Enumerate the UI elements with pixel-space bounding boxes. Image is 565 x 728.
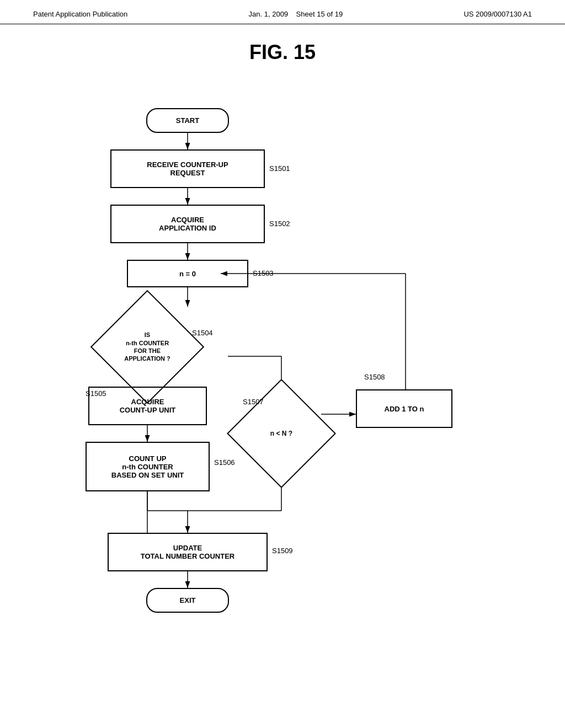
s1509-node: UPDATE TOTAL NUMBER COUNTER	[108, 533, 268, 571]
s1506-step-label: S1506	[214, 458, 235, 467]
s1501-node: RECEIVE COUNTER-UP REQUEST	[110, 149, 265, 188]
start-node: START	[146, 108, 229, 133]
s1507-step-label: S1507	[243, 398, 264, 406]
s1505-step-label: S1505	[86, 389, 106, 398]
header-center: Jan. 1, 2009 Sheet 15 of 19	[249, 10, 343, 18]
exit-node: EXIT	[146, 588, 229, 613]
s1502-label: S1502	[269, 220, 290, 228]
s1507-label-text: n < N ?	[243, 395, 320, 472]
s1508-node: ADD 1 TO n	[356, 389, 452, 428]
s1503-node: n = 0	[127, 260, 248, 287]
s1504-step-label: S1504	[192, 329, 213, 337]
s1501-label: S1501	[269, 164, 290, 173]
s1502-node: ACQUIRE APPLICATION ID	[110, 205, 265, 243]
header: Patent Application Publication Jan. 1, 2…	[0, 0, 565, 24]
s1503-label: S1503	[253, 269, 274, 277]
header-left: Patent Application Publication	[33, 10, 127, 18]
diagram-container: START RECEIVE COUNTER-UP REQUEST S1501 A…	[0, 75, 565, 726]
s1504-label-text: IS n-th COUNTER FOR THE APPLICATION ?	[107, 307, 188, 387]
s1508-step-label: S1508	[364, 373, 385, 381]
figure-title: FIG. 15	[0, 24, 565, 75]
s1506-node: COUNT UP n-th COUNTER BASED ON SET UNIT	[86, 442, 210, 491]
s1509-step-label: S1509	[272, 547, 293, 555]
header-right: US 2009/0007130 A1	[463, 10, 532, 18]
